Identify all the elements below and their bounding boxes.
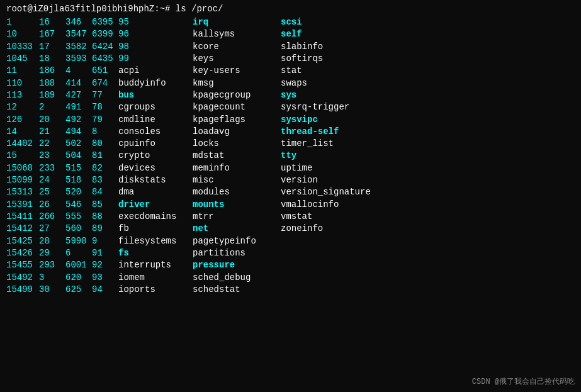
name: cmdline (118, 114, 188, 126)
name: execdomains (118, 211, 188, 223)
num: 560 (65, 223, 92, 235)
num: 188 (39, 77, 65, 89)
num: 93 (92, 272, 118, 284)
list-item: 15426 29 6 91 fs (6, 247, 188, 259)
num: 83 (92, 174, 118, 186)
num: 15455 (6, 259, 39, 271)
list-item: zoneinfo (281, 223, 381, 235)
num: 14 (6, 126, 39, 138)
num: 96 (118, 28, 142, 40)
num: 24 (39, 174, 65, 186)
num: 92 (92, 259, 118, 271)
list-item: kmsg (193, 77, 274, 89)
num: 23 (39, 150, 65, 162)
num: 502 (65, 138, 92, 150)
list-item: self (281, 28, 381, 40)
prompt-text: root@iZ0jla63fitlp0ibhi9hphZ:~# ls /proc… (6, 4, 223, 14)
watermark-text: CSDN @俄了我会自己捡代码吃 (472, 378, 575, 386)
num: 3 (39, 272, 65, 284)
name: bus (118, 89, 188, 101)
num: 293 (39, 259, 65, 271)
name: devices (118, 162, 188, 174)
num: 6001 (65, 259, 92, 271)
name: interrupts (118, 259, 188, 271)
num: 15426 (6, 247, 39, 259)
num: 15313 (6, 186, 39, 198)
num: 8 (92, 126, 118, 138)
list-item: vmstat (281, 211, 381, 223)
num: 189 (39, 89, 65, 101)
num: 77 (92, 89, 118, 101)
num: 6399 (92, 28, 118, 40)
num: 6424 (92, 41, 118, 53)
name: crypto (118, 150, 188, 162)
num: 520 (65, 186, 92, 198)
list-item: loadavg (193, 126, 274, 138)
list-item: mdstat (193, 150, 274, 162)
num: 29 (39, 247, 65, 259)
ls-output: 1 16 346 6395 95 10 167 3547 6399 96 103… (6, 16, 575, 296)
list-item: uptime (281, 162, 381, 174)
list-item: 15455 293 6001 92 interrupts (6, 259, 188, 271)
list-item: kpagecgroup (193, 89, 274, 101)
num: 81 (92, 150, 118, 162)
name: diskstats (118, 174, 188, 186)
list-item: 10333 17 3582 6424 98 (6, 41, 188, 53)
name: consoles (118, 126, 188, 138)
num: 28 (39, 235, 65, 247)
list-item: version_signature (281, 186, 381, 198)
list-item: tty (281, 150, 381, 162)
list-item: meminfo (193, 162, 274, 174)
num: 25 (39, 186, 65, 198)
list-item: 14 21 494 8 consoles (6, 126, 188, 138)
num: 518 (65, 174, 92, 186)
name: filesystems (118, 235, 188, 247)
num: 233 (39, 162, 65, 174)
num: 1 (6, 16, 39, 28)
list-item: sys (281, 89, 381, 101)
num: 674 (92, 77, 118, 89)
num: 494 (65, 126, 92, 138)
list-item: schedstat (193, 284, 274, 296)
num: 98 (118, 41, 142, 53)
watermark: CSDN @俄了我会自己捡代码吃 (472, 376, 575, 387)
num: 15 (6, 150, 39, 162)
num: 94 (92, 284, 118, 296)
num: 15492 (6, 272, 39, 284)
num: 546 (65, 199, 92, 211)
list-item: 15492 3 620 93 iomem (6, 272, 188, 284)
num: 80 (92, 138, 118, 150)
num: 88 (92, 211, 118, 223)
numbers-column: 1 16 346 6395 95 10 167 3547 6399 96 103… (6, 16, 188, 296)
list-item: softirqs (281, 53, 381, 65)
list-item: swaps (281, 77, 381, 89)
list-item: partitions (193, 247, 274, 259)
num: 79 (92, 114, 118, 126)
mounts-item: mounts (193, 199, 274, 211)
num: 12 (6, 101, 39, 113)
num: 2 (39, 101, 65, 113)
list-item: locks (193, 138, 274, 150)
name: cpuinfo (118, 138, 188, 150)
num: 625 (65, 284, 92, 296)
list-item: sched_debug (193, 272, 274, 284)
list-item: 15068 233 515 82 devices (6, 162, 188, 174)
num: 17 (39, 41, 65, 53)
num: 82 (92, 162, 118, 174)
list-item: stat (281, 65, 381, 77)
num: 99 (118, 53, 142, 65)
num: 5998 (65, 235, 92, 247)
list-item: irq (193, 16, 274, 28)
middle-names-column: irq kallsyms kcore keys key-users kmsg k… (193, 16, 274, 296)
list-item: 15425 28 5998 9 filesystems (6, 235, 188, 247)
num: 91 (92, 247, 118, 259)
list-item: 15 23 504 81 crypto (6, 150, 188, 162)
num: 27 (39, 223, 65, 235)
name: cgroups (118, 101, 188, 113)
list-item: 1045 18 3593 6435 99 (6, 53, 188, 65)
num: 651 (92, 65, 118, 77)
list-item: misc (193, 174, 274, 186)
num: 3547 (65, 28, 92, 40)
num: 3593 (65, 53, 92, 65)
list-item: 11 186 4 651 acpi (6, 65, 188, 77)
